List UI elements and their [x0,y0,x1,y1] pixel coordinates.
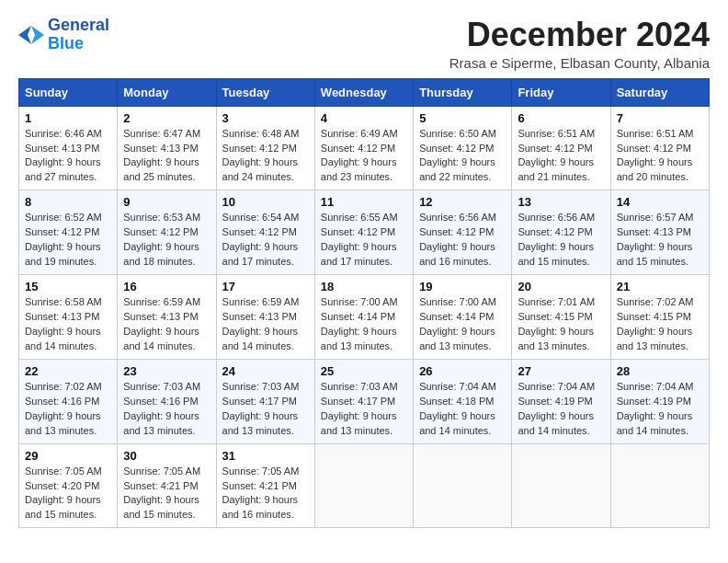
day-number: 31 [222,449,309,463]
day-number: 4 [321,111,407,125]
day-info: Sunrise: 6:54 AM Sunset: 4:12 PM Dayligh… [222,211,309,270]
calendar-week-row: 29 Sunrise: 7:05 AM Sunset: 4:20 PM Dayl… [19,443,710,528]
day-number: 25 [321,364,407,378]
calendar-day-cell: 23 Sunrise: 7:03 AM Sunset: 4:16 PM Dayl… [118,359,216,443]
day-number: 30 [123,449,210,463]
weekday-header: Tuesday [216,78,314,106]
day-info: Sunrise: 6:57 AM Sunset: 4:13 PM Dayligh… [617,211,703,270]
calendar-day-cell [512,443,610,528]
day-info: Sunrise: 7:05 AM Sunset: 4:20 PM Dayligh… [25,465,111,523]
weekday-header: Wednesday [314,78,413,106]
weekday-header: Sunday [19,78,118,106]
calendar-day-cell: 12 Sunrise: 6:56 AM Sunset: 4:12 PM Dayl… [414,190,512,275]
calendar-day-cell: 7 Sunrise: 6:51 AM Sunset: 4:12 PM Dayli… [610,106,709,190]
day-info: Sunrise: 6:56 AM Sunset: 4:12 PM Dayligh… [518,211,604,270]
day-number: 1 [25,111,111,125]
day-info: Sunrise: 7:02 AM Sunset: 4:16 PM Dayligh… [25,380,111,439]
day-number: 10 [222,195,309,209]
day-info: Sunrise: 6:46 AM Sunset: 4:13 PM Dayligh… [25,127,111,186]
calendar-day-cell: 1 Sunrise: 6:46 AM Sunset: 4:13 PM Dayli… [19,106,118,190]
day-number: 18 [321,280,407,293]
calendar-week-row: 22 Sunrise: 7:02 AM Sunset: 4:16 PM Dayl… [19,359,710,443]
title-block: December 2024 Rrasa e Siperme, Elbasan C… [449,17,710,71]
svg-marker-1 [18,26,31,44]
calendar-day-cell: 14 Sunrise: 6:57 AM Sunset: 4:13 PM Dayl… [610,190,709,275]
day-info: Sunrise: 7:01 AM Sunset: 4:15 PM Dayligh… [518,295,604,354]
day-number: 16 [123,280,210,293]
calendar-day-cell: 29 Sunrise: 7:05 AM Sunset: 4:20 PM Dayl… [19,443,118,528]
month-title: December 2024 [449,17,710,53]
day-number: 13 [518,195,604,209]
day-info: Sunrise: 6:49 AM Sunset: 4:12 PM Dayligh… [321,127,407,186]
calendar-day-cell: 17 Sunrise: 6:59 AM Sunset: 4:13 PM Dayl… [216,275,314,360]
day-number: 5 [419,111,506,125]
day-info: Sunrise: 7:03 AM Sunset: 4:16 PM Dayligh… [123,380,210,439]
day-info: Sunrise: 6:59 AM Sunset: 4:13 PM Dayligh… [222,295,309,354]
calendar-day-cell: 28 Sunrise: 7:04 AM Sunset: 4:19 PM Dayl… [610,359,709,443]
day-number: 21 [617,280,703,293]
day-info: Sunrise: 7:04 AM Sunset: 4:19 PM Dayligh… [518,380,604,439]
calendar-day-cell [610,443,709,528]
day-number: 7 [617,111,703,125]
day-number: 24 [222,364,309,378]
calendar-day-cell: 3 Sunrise: 6:48 AM Sunset: 4:12 PM Dayli… [216,106,314,190]
day-info: Sunrise: 7:02 AM Sunset: 4:15 PM Dayligh… [617,295,703,354]
calendar-day-cell [414,443,512,528]
calendar-day-cell: 10 Sunrise: 6:54 AM Sunset: 4:12 PM Dayl… [216,190,314,275]
calendar-day-cell: 4 Sunrise: 6:49 AM Sunset: 4:12 PM Dayli… [314,106,413,190]
day-info: Sunrise: 6:52 AM Sunset: 4:12 PM Dayligh… [25,211,111,270]
weekday-header: Friday [512,78,610,106]
day-info: Sunrise: 7:05 AM Sunset: 4:21 PM Dayligh… [123,465,210,523]
day-info: Sunrise: 6:51 AM Sunset: 4:12 PM Dayligh… [518,127,604,186]
calendar-day-cell: 19 Sunrise: 7:00 AM Sunset: 4:14 PM Dayl… [414,275,512,360]
day-info: Sunrise: 6:59 AM Sunset: 4:13 PM Dayligh… [123,295,210,354]
day-number: 14 [617,195,703,209]
calendar-day-cell: 13 Sunrise: 6:56 AM Sunset: 4:12 PM Dayl… [512,190,610,275]
calendar-table: SundayMondayTuesdayWednesdayThursdayFrid… [18,78,710,529]
calendar-day-cell: 15 Sunrise: 6:58 AM Sunset: 4:13 PM Dayl… [19,275,118,360]
calendar-day-cell: 21 Sunrise: 7:02 AM Sunset: 4:15 PM Dayl… [610,275,709,360]
day-info: Sunrise: 7:03 AM Sunset: 4:17 PM Dayligh… [321,380,407,439]
day-number: 6 [518,111,604,125]
calendar-week-row: 1 Sunrise: 6:46 AM Sunset: 4:13 PM Dayli… [19,106,710,190]
day-number: 8 [25,195,111,209]
day-info: Sunrise: 7:00 AM Sunset: 4:14 PM Dayligh… [321,295,407,354]
page-header: GeneralBlue December 2024 Rrasa e Siperm… [18,17,710,71]
logo-icon [18,22,44,48]
day-info: Sunrise: 6:48 AM Sunset: 4:12 PM Dayligh… [222,127,309,186]
day-number: 11 [321,195,407,209]
day-number: 26 [419,364,506,378]
day-number: 22 [25,364,111,378]
calendar-day-cell: 5 Sunrise: 6:50 AM Sunset: 4:12 PM Dayli… [414,106,512,190]
calendar-day-cell: 25 Sunrise: 7:03 AM Sunset: 4:17 PM Dayl… [314,359,413,443]
day-info: Sunrise: 6:56 AM Sunset: 4:12 PM Dayligh… [419,211,506,270]
day-number: 12 [419,195,506,209]
calendar-week-row: 15 Sunrise: 6:58 AM Sunset: 4:13 PM Dayl… [19,275,710,360]
svg-marker-0 [31,26,44,44]
day-number: 19 [419,280,506,293]
calendar-header-row: SundayMondayTuesdayWednesdayThursdayFrid… [19,78,710,106]
calendar-day-cell: 18 Sunrise: 7:00 AM Sunset: 4:14 PM Dayl… [314,275,413,360]
day-info: Sunrise: 7:03 AM Sunset: 4:17 PM Dayligh… [222,380,309,439]
day-info: Sunrise: 6:47 AM Sunset: 4:13 PM Dayligh… [123,127,210,186]
calendar-day-cell [314,443,413,528]
calendar-day-cell: 24 Sunrise: 7:03 AM Sunset: 4:17 PM Dayl… [216,359,314,443]
day-number: 29 [25,449,111,463]
calendar-day-cell: 31 Sunrise: 7:05 AM Sunset: 4:21 PM Dayl… [216,443,314,528]
day-info: Sunrise: 6:51 AM Sunset: 4:12 PM Dayligh… [617,127,703,186]
calendar-day-cell: 16 Sunrise: 6:59 AM Sunset: 4:13 PM Dayl… [118,275,216,360]
calendar-day-cell: 2 Sunrise: 6:47 AM Sunset: 4:13 PM Dayli… [118,106,216,190]
day-info: Sunrise: 7:04 AM Sunset: 4:19 PM Dayligh… [617,380,703,439]
day-number: 28 [617,364,703,378]
calendar-day-cell: 8 Sunrise: 6:52 AM Sunset: 4:12 PM Dayli… [19,190,118,275]
weekday-header: Saturday [610,78,709,106]
day-number: 9 [123,195,210,209]
day-info: Sunrise: 6:50 AM Sunset: 4:12 PM Dayligh… [419,127,506,186]
day-number: 23 [123,364,210,378]
day-number: 3 [222,111,309,125]
calendar-day-cell: 22 Sunrise: 7:02 AM Sunset: 4:16 PM Dayl… [19,359,118,443]
day-number: 15 [25,280,111,293]
day-info: Sunrise: 7:00 AM Sunset: 4:14 PM Dayligh… [419,295,506,354]
logo: GeneralBlue [18,17,109,53]
location: Rrasa e Siperme, Elbasan County, Albania [449,55,710,71]
